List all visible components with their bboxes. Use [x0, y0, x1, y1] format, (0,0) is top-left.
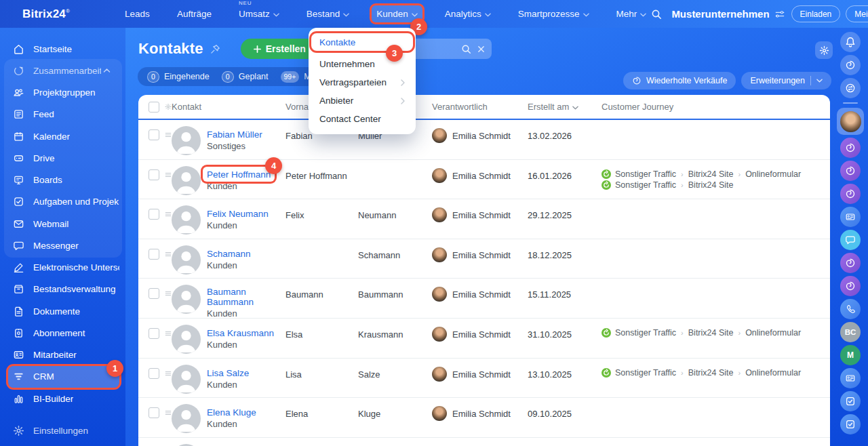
row-checkbox[interactable] — [149, 169, 159, 180]
contact-link[interactable]: Elsa Krausmann — [207, 328, 274, 338]
contact-link[interactable]: Baumann Baummann — [207, 287, 285, 307]
column-header-customer-journey[interactable]: Customer Journey — [601, 102, 830, 112]
drag-handle-icon[interactable] — [165, 409, 172, 417]
rail-profile-avatar[interactable] — [837, 108, 864, 135]
rail-task-widget-button[interactable] — [840, 391, 861, 411]
contact-link[interactable]: Elena Kluge — [207, 407, 256, 418]
drag-handle-icon[interactable] — [165, 171, 172, 179]
sidebar-item-zusammenarbeit[interactable]: Zusammenarbeit — [8, 60, 119, 81]
nav-item-smartprozesse[interactable]: Smartprozesse — [513, 5, 594, 22]
sidebar-item-feed[interactable]: Feed — [8, 104, 119, 125]
drag-handle-icon[interactable] — [165, 289, 172, 298]
sidebar-item-label: Bestandsverwaltung — [33, 284, 116, 294]
rail-contact-card-button[interactable] — [840, 368, 861, 388]
rail-copilot-button[interactable] — [840, 55, 861, 75]
topbar-pill-mein-tarif[interactable]: Mein Tarif — [846, 5, 868, 22]
sidebar-item-messenger[interactable]: Messenger — [8, 235, 119, 256]
row-checkbox[interactable] — [149, 249, 159, 260]
rail-task-widget-button[interactable] — [840, 414, 861, 434]
select-all-checkbox[interactable] — [149, 102, 159, 113]
sidebar-item-boards[interactable]: Boards — [8, 169, 119, 191]
sidebar-item-projektgruppen[interactable]: Projektgruppen — [8, 82, 119, 104]
header-settings-button[interactable] — [815, 41, 833, 59]
rail-notifications-button[interactable] — [840, 32, 861, 52]
search-icon[interactable] — [461, 44, 471, 54]
rail-copilot-item-button[interactable] — [840, 276, 861, 296]
dropdown-item-vertragsparteien[interactable]: Vertragsparteien — [309, 73, 416, 92]
sidebar-item-elektronische-untersc[interactable]: Elektronische Untersc... — [8, 257, 119, 279]
row-checkbox[interactable] — [149, 129, 159, 140]
rail-bc-widget[interactable]: BC — [840, 322, 861, 342]
spiral-icon — [845, 188, 856, 199]
column-header-kontakt[interactable]: Kontakt — [172, 102, 285, 112]
rail-telephony-button[interactable] — [840, 299, 861, 319]
sidebar-item-abonnement[interactable]: Abonnement — [8, 322, 119, 344]
row-checkbox[interactable] — [149, 288, 159, 299]
contact-link[interactable]: Fabian Müller — [207, 129, 262, 140]
row-checkbox[interactable] — [149, 407, 159, 418]
drag-handle-icon[interactable] — [165, 210, 172, 218]
nav-item-bestand[interactable]: Bestand — [302, 5, 355, 22]
rail-copilot-item-button[interactable] — [840, 253, 861, 273]
sidebar-item-bi-builder[interactable]: BI-Builder — [8, 388, 119, 409]
drag-handle-icon[interactable] — [165, 369, 172, 378]
counter-geplant[interactable]: 0Geplant — [222, 71, 269, 83]
rail-copilot-item-button[interactable] — [840, 161, 861, 181]
contact-link[interactable]: Lisa Salze — [207, 368, 249, 378]
sidebar-item-aufgaben-und-projek[interactable]: Aufgaben und Projek... — [8, 191, 119, 213]
chat-icon — [845, 235, 856, 245]
owner-name: Emilia Schmidt — [452, 406, 511, 419]
row-checkbox[interactable] — [149, 328, 159, 339]
company-name[interactable]: Musterunternehmen — [671, 8, 784, 20]
contact-cell: Elsa KrausmannKunden — [172, 319, 285, 354]
rail-copilot-item-button[interactable] — [840, 184, 861, 204]
contact-link[interactable]: Schamann — [207, 249, 251, 259]
pin-icon[interactable] — [210, 44, 220, 54]
drag-handle-icon[interactable] — [165, 131, 172, 139]
contact-link[interactable]: Felix Neumann — [207, 209, 269, 219]
nav-item-mehr[interactable]: Mehr — [612, 5, 652, 22]
repeat-sales-button[interactable]: Wiederholte Verkäufe — [623, 72, 736, 89]
sidebar-item-webmail[interactable]: Webmail — [8, 213, 119, 235]
sidebar-item-bestandsverwaltung[interactable]: Bestandsverwaltung — [8, 279, 119, 300]
column-header-label: Verantwortlich — [432, 102, 488, 112]
rail-contact-card-button[interactable] — [840, 207, 861, 227]
dropdown-item-kontakte[interactable]: Kontakte3 — [311, 33, 413, 51]
rail-chat-sync-button[interactable] — [840, 78, 861, 98]
search-icon[interactable] — [651, 9, 662, 20]
clear-filter-icon[interactable] — [477, 45, 485, 53]
nav-item-analytics[interactable]: Analytics — [440, 5, 496, 22]
nav-item-leads[interactable]: Leads — [120, 5, 155, 22]
rail-copilot-item-button[interactable] — [840, 138, 861, 158]
created-date-cell: 29.12.2025 — [528, 199, 601, 220]
rail-m-widget[interactable]: M — [840, 345, 861, 365]
sidebar-item-einstellungen[interactable]: Einstellungen — [8, 420, 119, 442]
sidebar-item-drive[interactable]: Drive — [8, 147, 119, 169]
contact-link[interactable]: Peter Hoffmann — [207, 169, 271, 180]
drag-handle-icon[interactable] — [165, 250, 172, 258]
column-header-erstellt-am[interactable]: Erstellt am — [528, 102, 601, 112]
dropdown-item-contact-center[interactable]: Contact Center — [309, 110, 416, 128]
drag-handle-icon[interactable] — [165, 329, 172, 338]
bitrix24-logo[interactable]: Bitrix24® — [22, 7, 70, 21]
sidebar-item-kalender[interactable]: Kalender — [8, 125, 119, 147]
tasks-icon — [845, 396, 856, 407]
nav-item-umsatz[interactable]: UmsatzNEU — [234, 5, 284, 22]
sidebar-item-crm[interactable]: CRM1 — [8, 366, 119, 388]
column-header-verantwortlich[interactable]: Verantwortlich — [432, 102, 528, 112]
sidebar-item-startseite[interactable]: Startseite — [8, 38, 119, 60]
sidebar-item-mitarbeiter[interactable]: Mitarbeiter — [8, 344, 119, 366]
dropdown-item-anbieter[interactable]: Anbieter — [309, 92, 416, 110]
nav-item-aufträge[interactable]: Aufträge — [172, 5, 216, 22]
extensions-button[interactable]: Erweiterungen — [741, 72, 831, 89]
sidebar-item-dokumente[interactable]: Dokumente — [8, 300, 119, 322]
row-checkbox[interactable] — [149, 209, 159, 220]
table-settings-gear-icon[interactable] — [165, 102, 172, 112]
nav-item-kunden[interactable]: Kunden2 — [372, 5, 422, 22]
counter-eingehende[interactable]: 0Eingehende — [147, 71, 210, 83]
row-checkbox[interactable] — [149, 368, 159, 379]
topbar-pill-einladen[interactable]: Einladen — [791, 5, 841, 22]
create-button[interactable]: Erstellen — [241, 39, 319, 59]
rail-messenger-button[interactable] — [840, 230, 861, 250]
main-content: Kontakte Erstellen Alle Kontakte 0Eingeh… — [125, 28, 868, 446]
